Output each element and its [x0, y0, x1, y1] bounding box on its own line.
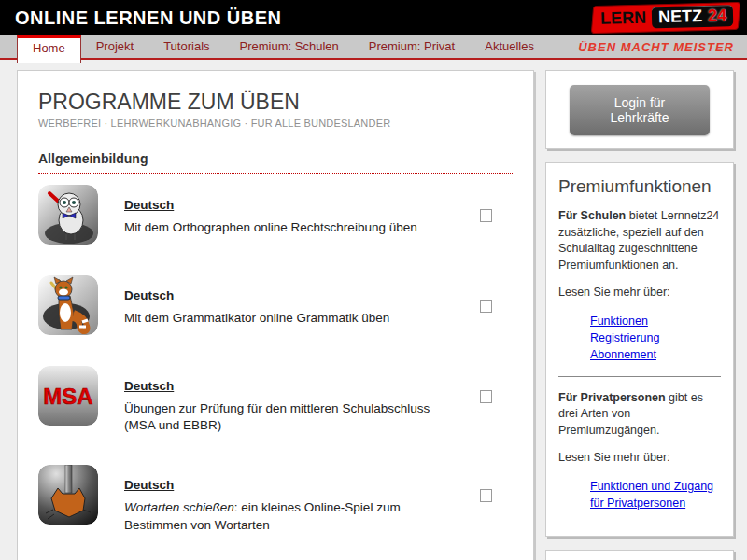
login-card: Login für Lehrkräfte	[545, 70, 734, 149]
page-title: PROGRAMME ZUM ÜBEN	[38, 90, 513, 115]
program-description: Übungen zur Prüfung für den mittleren Sc…	[124, 400, 454, 434]
read-more-label: Lesen Sie mehr über:	[558, 285, 721, 301]
logo-lern-text: LERN	[600, 8, 647, 29]
program-checkbox[interactable]	[480, 209, 492, 222]
tab-home[interactable]: Home	[17, 35, 81, 63]
premium-schools-paragraph: Für Schulen bietet Lernnetz24 zusätzlich…	[558, 208, 721, 273]
premium-school-links: Funktionen Registrierung Abonnement	[590, 313, 721, 363]
cat-head-shooting-icon[interactable]	[38, 465, 98, 525]
premium-private-paragraph: Für Privatpersonen gibt es drei Arten vo…	[558, 390, 721, 440]
tasks-card: Aufgaben bearbeitet über 91 Mio Stand: J…	[545, 550, 734, 560]
list-item: Deutsch Mit dem Grammatikator online Gra…	[38, 275, 513, 335]
msa-badge-text: MSA	[43, 384, 92, 409]
section-heading-allgemeinbildung: Allgemeinbildung	[38, 151, 513, 174]
program-description: Wortarten schießen: ein kleines Online-S…	[124, 499, 454, 533]
program-checkbox[interactable]	[480, 390, 492, 403]
link-registrierung[interactable]: Registrierung	[590, 329, 721, 346]
list-item: Deutsch Mit dem Orthographen online Rech…	[38, 185, 513, 245]
program-text: Deutsch Übungen zur Prüfung für den mitt…	[124, 366, 454, 434]
program-text: Deutsch Wortarten schießen: ein kleines …	[124, 465, 454, 533]
program-link-deutsch[interactable]: Deutsch	[124, 379, 174, 393]
tab-premium-privat[interactable]: Premium: Privat	[354, 35, 470, 58]
logo-netz-text: NETZ	[658, 7, 703, 27]
owl-with-red-pen-icon[interactable]	[38, 185, 98, 245]
program-description-italic: Wortarten schießen	[124, 500, 234, 514]
list-item: Deutsch Wortarten schießen: ein kleines …	[38, 465, 513, 533]
program-list: Deutsch Mit dem Orthographen online Rech…	[38, 185, 513, 560]
program-link-deutsch[interactable]: Deutsch	[124, 478, 174, 492]
premium-card: Premiumfunktionen Für Schulen bietet Ler…	[545, 162, 734, 537]
lernnetz24-logo[interactable]: LERN NETZ 24	[591, 2, 740, 34]
program-checkbox[interactable]	[480, 489, 492, 502]
program-text: Deutsch Mit dem Grammatikator online Gra…	[124, 275, 454, 335]
program-checkbox[interactable]	[480, 300, 492, 313]
main-content-card: PROGRAMME ZUM ÜBEN WERBEFREI · LEHRWERKU…	[17, 70, 534, 560]
program-link-deutsch[interactable]: Deutsch	[124, 288, 174, 302]
site-title: ONLINE LERNEN UND ÜBEN	[15, 7, 281, 29]
cat-with-pencil-icon[interactable]	[38, 275, 98, 335]
msa-badge-icon[interactable]: MSA	[38, 366, 98, 426]
divider	[558, 376, 721, 377]
logo-24-text: 24	[708, 6, 727, 26]
premium-private-bold: Für Privatpersonen	[558, 391, 666, 404]
tab-aktuelles[interactable]: Aktuelles	[470, 35, 549, 58]
slogan-text: ÜBEN MACHT MEISTER	[578, 40, 734, 54]
program-text: Deutsch Mit dem Orthographen online Rech…	[124, 185, 454, 245]
program-link-deutsch[interactable]: Deutsch	[124, 198, 174, 212]
login-button[interactable]: Login für Lehrkräfte	[570, 85, 710, 135]
tab-premium-schulen[interactable]: Premium: Schulen	[225, 35, 354, 58]
tab-tutorials[interactable]: Tutorials	[148, 35, 224, 58]
link-privatpersonen[interactable]: Funktionen und Zugang für Privatpersonen	[590, 478, 721, 511]
top-header-bar: ONLINE LERNEN UND ÜBEN LERN NETZ 24	[0, 0, 747, 35]
link-funktionen[interactable]: Funktionen	[590, 313, 721, 329]
link-abonnement[interactable]: Abonnement	[590, 346, 721, 363]
premium-private-links: Funktionen und Zugang für Privatpersonen	[590, 478, 721, 511]
premium-schools-bold: Für Schulen	[558, 209, 626, 222]
premium-title: Premiumfunktionen	[558, 176, 721, 197]
sidebar: Login für Lehrkräfte Premiumfunktionen F…	[545, 70, 734, 560]
list-item: MSA Deutsch Übungen zur Prüfung für den …	[38, 366, 513, 434]
main-navigation: Home Projekt Tutorials Premium: Schulen …	[0, 35, 747, 60]
logo-netz-box: NETZ 24	[652, 5, 734, 28]
tab-projekt[interactable]: Projekt	[81, 35, 148, 58]
program-description: Mit dem Orthographen online Rechtschreib…	[124, 219, 454, 236]
read-more-label: Lesen Sie mehr über:	[558, 450, 721, 467]
program-description: Mit dem Grammatikator online Grammatik ü…	[124, 310, 454, 327]
page-subtitle: WERBEFREI · LEHRWERKUNABHÄNGIG · FÜR ALL…	[38, 118, 513, 129]
